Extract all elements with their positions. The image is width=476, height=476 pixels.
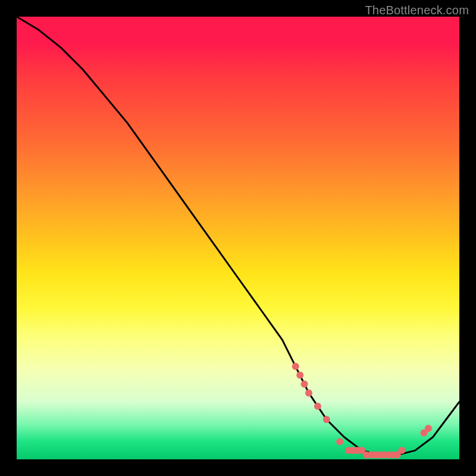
chart-frame: TheBottleneck.com (0, 0, 476, 476)
chart-marker-dot (398, 447, 405, 454)
chart-marker-dot (336, 438, 343, 445)
chart-marker-dot (323, 416, 330, 423)
chart-marker-dot (425, 425, 432, 432)
chart-marker-dot (296, 372, 303, 379)
chart-curve (17, 17, 459, 455)
chart-svg (17, 17, 459, 459)
chart-marker-dot (314, 403, 321, 410)
chart-marker-dot (305, 389, 312, 396)
watermark-text: TheBottleneck.com (365, 4, 469, 17)
chart-marker-dot (292, 363, 299, 370)
chart-plot-area (17, 17, 459, 459)
chart-marker-dot (301, 381, 308, 388)
chart-markers (292, 363, 432, 459)
